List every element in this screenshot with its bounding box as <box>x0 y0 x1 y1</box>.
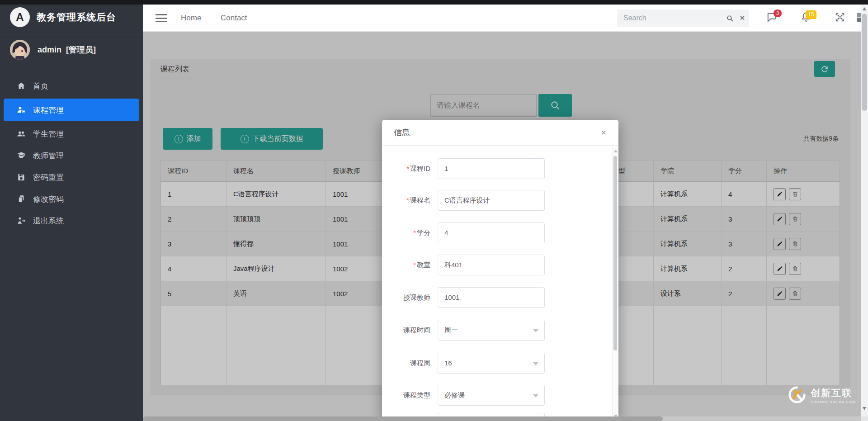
required-asterisk: * <box>406 196 409 204</box>
sign-out-icon <box>16 216 26 226</box>
app-logo-icon: A <box>10 7 30 27</box>
navbar-search-placeholder: Search <box>617 14 724 22</box>
user-name: admin [管理员] <box>38 44 96 55</box>
vertical-scrollbar-thumb[interactable] <box>862 14 867 111</box>
watermark-logo-icon <box>788 385 807 404</box>
required-asterisk: * <box>413 261 416 269</box>
users-icon <box>16 129 26 139</box>
sidebar-item-password-reset[interactable]: 密码重置 <box>0 166 143 188</box>
messages-button[interactable]: 3 <box>766 11 781 26</box>
course-name-input[interactable]: C语言程序设计 <box>438 190 545 211</box>
sidebar-item-student-mgmt[interactable]: 学生管理 <box>0 123 143 145</box>
field-classroom: *教室 科401 <box>382 255 618 275</box>
course-id-input[interactable]: 1 <box>438 158 545 179</box>
nav-link-home[interactable]: Home <box>181 5 201 32</box>
fullscreen-icon[interactable] <box>834 11 849 26</box>
hamburger-menu-icon[interactable] <box>156 13 167 23</box>
info-modal: 信息 × *课程ID 1 *课程名 C语言程序设计 *学分 4 *教室 科401… <box>382 120 618 421</box>
home-icon <box>16 81 26 91</box>
app-title: 教务管理系统后台 <box>37 11 116 24</box>
user-gear-icon <box>16 105 26 115</box>
user-box: admin [管理员] <box>0 34 143 65</box>
watermark-text: 创新互联 <box>811 387 856 399</box>
modal-scrollbar[interactable] <box>612 147 618 421</box>
scroll-up-arrow-icon[interactable] <box>614 150 618 152</box>
search-icon[interactable] <box>724 14 736 22</box>
scroll-up-arrow-icon[interactable] <box>863 7 866 10</box>
floppy-icon <box>16 172 26 182</box>
required-asterisk: * <box>413 229 416 237</box>
sidebar-item-home[interactable]: 首页 <box>0 75 143 97</box>
teacher-input[interactable]: 1001 <box>438 287 545 308</box>
required-asterisk: * <box>406 165 409 172</box>
field-teacher: 授课教师 1001 <box>382 287 618 308</box>
watermark: 创新互联 CHUANG XIN HU LIAN <box>788 385 856 404</box>
field-course-id: *课程ID 1 <box>382 158 618 179</box>
close-icon[interactable]: × <box>598 127 609 138</box>
page-vertical-scrollbar[interactable] <box>861 5 868 416</box>
watermark-subtext: CHUANG XIN HU LIAN <box>811 400 856 403</box>
field-course-week: 课程周 16 <box>382 353 618 374</box>
top-navbar: Home Contact Search ✕ 3 15 <box>143 5 861 32</box>
field-course-type: 课程类型 必修课 <box>382 385 618 406</box>
scroll-down-arrow-icon[interactable] <box>863 407 866 410</box>
nav-link-contact[interactable]: Contact <box>221 5 247 32</box>
course-time-select[interactable]: 周一 <box>438 320 545 341</box>
notifications-badge: 15 <box>806 10 816 19</box>
sidebar: A 教务管理系统后台 admin [管理员] 首页 课程 <box>0 0 143 421</box>
navbar-search-input[interactable]: Search ✕ <box>617 9 749 27</box>
copy-icon <box>16 194 26 204</box>
brand: A 教务管理系统后台 <box>0 0 143 34</box>
horizontal-scrollbar-thumb[interactable] <box>143 416 663 421</box>
course-week-select[interactable]: 16 <box>438 353 545 374</box>
sidebar-item-teacher-mgmt[interactable]: 教师管理 <box>0 145 143 166</box>
scrollbar-corner <box>861 416 868 421</box>
field-course-time: 课程时间 周一 <box>382 320 618 341</box>
sidebar-menu: 首页 课程管理 学生管理 教师管理 密码重置 <box>0 65 143 232</box>
sidebar-item-change-password[interactable]: 修改密码 <box>0 188 143 210</box>
modal-title: 信息 <box>382 120 618 146</box>
classroom-input[interactable]: 科401 <box>438 255 545 275</box>
sidebar-item-logout[interactable]: 退出系统 <box>0 210 143 232</box>
messages-badge: 3 <box>774 9 782 17</box>
clear-search-icon[interactable]: ✕ <box>736 14 749 22</box>
modal-scrollbar-thumb[interactable] <box>613 156 617 350</box>
content-horizontal-scrollbar[interactable] <box>143 416 861 421</box>
field-course-name: *课程名 C语言程序设计 <box>382 190 618 211</box>
field-credit: *学分 4 <box>382 222 618 243</box>
notifications-button[interactable]: 15 <box>800 11 815 26</box>
window-top-edge <box>0 0 868 5</box>
sidebar-item-course-mgmt[interactable]: 课程管理 <box>4 99 139 121</box>
teacher-icon <box>16 151 26 161</box>
credit-input[interactable]: 4 <box>438 222 545 243</box>
course-type-select[interactable]: 必修课 <box>438 385 545 406</box>
user-avatar[interactable] <box>10 40 30 60</box>
